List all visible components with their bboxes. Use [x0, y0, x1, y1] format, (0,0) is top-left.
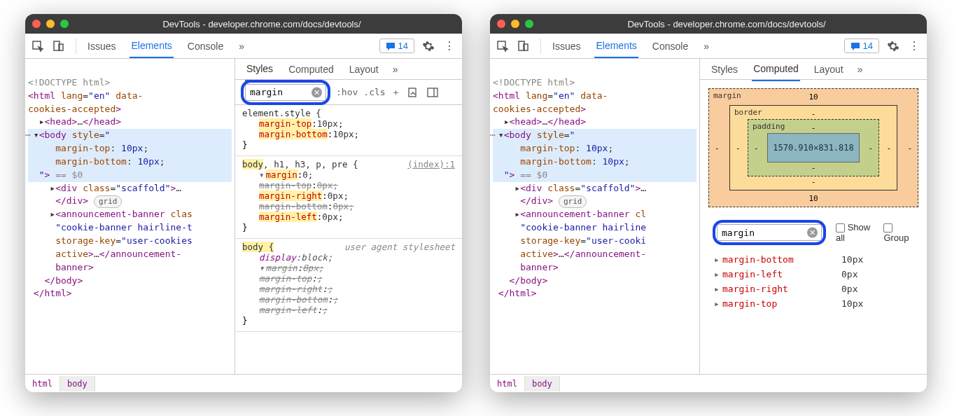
inspect-icon[interactable]	[496, 39, 510, 53]
minimize-icon[interactable]	[46, 20, 55, 28]
more-subtabs-icon[interactable]: »	[393, 64, 398, 75]
dom-tree[interactable]: <!DOCTYPE html> <html lang="en" data- co…	[490, 59, 700, 374]
device-icon[interactable]	[517, 39, 531, 53]
tab-issues[interactable]: Issues	[86, 35, 117, 57]
clear-filter-icon[interactable]: ✕	[807, 228, 818, 238]
tab-issues[interactable]: Issues	[551, 35, 582, 57]
box-model[interactable]: margin 10 10 - - border - - - - padd	[708, 88, 918, 207]
tab-elements[interactable]: Elements	[594, 34, 638, 58]
rule-body-ua: body {user agent stylesheet display: blo…	[235, 239, 462, 332]
filter-highlight: ✕	[241, 80, 330, 105]
subtab-styles[interactable]: Styles	[245, 59, 274, 81]
subtab-layout[interactable]: Layout	[348, 59, 380, 81]
hov-toggle[interactable]: :hov	[336, 87, 358, 97]
close-icon[interactable]	[497, 20, 505, 28]
crumb-body[interactable]: body	[60, 376, 95, 391]
crumb-body[interactable]: body	[525, 376, 560, 391]
main-toolbar: Issues Elements Console » 14 ⋮	[490, 34, 927, 59]
titlebar[interactable]: DevTools - developer.chrome.com/docs/dev…	[490, 14, 927, 34]
maximize-icon[interactable]	[60, 20, 69, 28]
svg-rect-4	[428, 88, 438, 97]
showall-checkbox[interactable]: Show all	[836, 222, 874, 243]
more-tabs-icon[interactable]: »	[237, 35, 246, 57]
window-title: DevTools - developer.chrome.com/docs/dev…	[69, 19, 455, 29]
computed-row: ▸margin-left0px	[708, 267, 918, 282]
main-toolbar: Issues Elements Console » 14 ⋮	[25, 34, 462, 59]
device-brush-icon[interactable]	[406, 85, 420, 99]
cls-toggle[interactable]: .cls	[363, 87, 385, 97]
kebab-icon[interactable]: ⋮	[442, 39, 456, 53]
grid-badge[interactable]: grid	[94, 195, 122, 208]
messages-badge[interactable]: 14	[379, 39, 414, 53]
computed-row: ▸margin-right0px	[708, 282, 918, 296]
computed-properties[interactable]: ▸margin-bottom10px ▸margin-left0px ▸marg…	[708, 252, 918, 311]
styles-rules[interactable]: element.style { margin-top: 10px; margin…	[235, 105, 462, 374]
device-icon[interactable]	[52, 39, 66, 53]
more-tabs-icon[interactable]: »	[702, 35, 710, 57]
panel-toggle-icon[interactable]	[426, 85, 440, 99]
tab-elements[interactable]: Elements	[130, 34, 173, 58]
inspect-icon[interactable]	[31, 39, 45, 53]
clear-filter-icon[interactable]: ✕	[312, 87, 322, 97]
grid-badge[interactable]: grid	[559, 195, 587, 208]
minimize-icon[interactable]	[511, 20, 519, 28]
gear-icon[interactable]	[886, 39, 900, 53]
crumb-html[interactable]: html	[490, 376, 525, 391]
box-model-content[interactable]: 1570.910×831.818	[767, 133, 860, 162]
rule-body-group: body, h1, h3, p, pre {(index):1 ▾margin:…	[235, 156, 462, 239]
tab-console[interactable]: Console	[186, 35, 225, 57]
dom-tree[interactable]: <!DOCTYPE html> <html lang="en" data- co…	[25, 59, 235, 374]
tab-console[interactable]: Console	[651, 35, 690, 57]
new-rule-icon[interactable]: ＋	[391, 86, 400, 99]
crumb-html[interactable]: html	[25, 376, 60, 391]
messages-badge[interactable]: 14	[844, 39, 879, 53]
breadcrumb[interactable]: html body	[490, 374, 927, 392]
filter-highlight: ✕	[713, 220, 826, 245]
more-subtabs-icon[interactable]: »	[858, 64, 863, 75]
styles-filterbar: ✕ :hov .cls ＋	[235, 80, 462, 105]
styles-sidebar: Styles Computed Layout » ✕ :hov .cls ＋ e…	[235, 59, 462, 374]
gear-icon[interactable]	[421, 39, 435, 53]
maximize-icon[interactable]	[525, 20, 533, 28]
computed-row: ▸margin-top10px	[708, 296, 918, 311]
subtab-computed[interactable]: Computed	[287, 59, 335, 81]
group-checkbox[interactable]: Group	[883, 222, 914, 243]
computed-filter-input[interactable]	[717, 224, 822, 241]
devtools-window-computed: DevTools - developer.chrome.com/docs/dev…	[490, 14, 927, 392]
computed-sidebar: Styles Computed Layout » margin 10 10 - …	[700, 59, 927, 374]
rule-element-style: element.style { margin-top: 10px; margin…	[235, 105, 462, 156]
window-title: DevTools - developer.chrome.com/docs/dev…	[533, 19, 920, 29]
close-icon[interactable]	[32, 20, 41, 28]
devtools-window-styles: DevTools - developer.chrome.com/docs/dev…	[25, 14, 462, 392]
titlebar[interactable]: DevTools - developer.chrome.com/docs/dev…	[25, 14, 462, 34]
subtab-computed[interactable]: Computed	[752, 59, 800, 81]
computed-row: ▸margin-bottom10px	[708, 252, 918, 267]
breadcrumb[interactable]: html body	[25, 374, 462, 392]
kebab-icon[interactable]: ⋮	[907, 39, 921, 53]
svg-rect-3	[409, 88, 416, 97]
subtab-layout[interactable]: Layout	[813, 59, 845, 81]
subtab-styles[interactable]: Styles	[710, 59, 739, 81]
